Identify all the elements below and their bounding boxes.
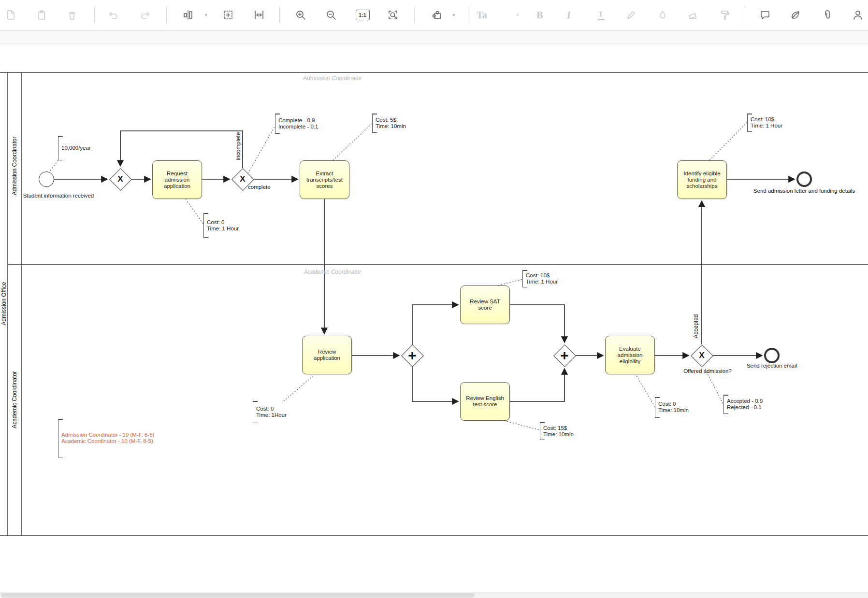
zoom-reset-button[interactable]: 1:1 — [352, 4, 373, 26]
annotation-text: Cost: 0Time: 1 Hour — [207, 219, 239, 232]
redo-icon — [139, 9, 151, 21]
fill-color-button[interactable] — [652, 4, 673, 26]
task-evaluate-eligibility[interactable]: Evaluate admission eligibility — [605, 336, 655, 374]
end-event-rejection-label: Send rejection email — [747, 363, 797, 369]
task-review-sat-score[interactable]: Review SAT score — [460, 285, 510, 324]
zoom-in-icon — [295, 9, 306, 21]
annotation-text-simulation-info: Admission Coordinator - 10 (M-F, 8-5)Aca… — [61, 432, 154, 444]
trash-button[interactable] — [61, 4, 83, 26]
align-button[interactable] — [177, 4, 199, 26]
flow-label-accepted: Accepted — [693, 298, 699, 356]
zoom-fit-button[interactable] — [382, 4, 404, 26]
text-color-button[interactable]: T — [590, 4, 611, 26]
lane-title-ghost-academic: Academic Coordinator — [304, 269, 362, 275]
task-review-application[interactable]: Review application — [302, 336, 352, 374]
font-icon: Ta — [477, 10, 487, 21]
chevron-down-icon: ▾ — [453, 13, 455, 17]
annotation-text: Cost: 0Time: 1Hour — [256, 406, 287, 418]
user-button[interactable] — [847, 4, 868, 26]
comments-button[interactable] — [754, 4, 776, 26]
gateway-parallel-split[interactable]: + — [401, 344, 423, 367]
task-extract-transcripts[interactable]: Extract transcripts/test scores — [300, 160, 349, 199]
zoom-out-button[interactable] — [320, 4, 342, 26]
flow-label-complete: complete — [248, 184, 271, 190]
eraser-icon — [687, 9, 699, 21]
lane-name-admission-coordinator[interactable]: Admission Coordinator — [12, 113, 18, 219]
redo-button[interactable] — [134, 4, 156, 26]
annotation-text: Accepted - 0.9Rejected - 0.1 — [727, 398, 763, 411]
gateway-xor-merge[interactable]: X — [109, 168, 131, 190]
toolbar-separator — [94, 6, 95, 24]
annotation-text: Cost: 5$Time: 10min — [376, 117, 406, 129]
attachment-button[interactable] — [817, 4, 838, 26]
select-area-icon — [222, 9, 234, 21]
flow-label-incomplete: incomplete — [235, 117, 242, 175]
trash-icon — [66, 9, 78, 21]
new-document-icon — [5, 9, 16, 21]
bold-button[interactable]: B — [529, 4, 550, 26]
plugin-icon — [432, 9, 443, 21]
toolbar-separator — [279, 6, 280, 24]
zoom-reset-icon: 1:1 — [356, 10, 370, 20]
font-button[interactable]: Ta — [471, 4, 492, 26]
horizontal-spacing-button[interactable] — [248, 4, 270, 26]
leaf-button[interactable] — [785, 4, 806, 26]
line-color-button[interactable] — [621, 4, 642, 26]
zoom-in-button[interactable] — [290, 4, 311, 26]
chevron-down-icon: ▾ — [517, 13, 519, 17]
plugin-button[interactable] — [427, 4, 448, 26]
bold-icon: B — [536, 10, 543, 21]
text-color-icon: T — [598, 10, 604, 20]
annotation-text: Complete - 0.9Incomplete - 0.1 — [278, 117, 318, 130]
toolbar-separator — [745, 6, 745, 24]
end-event-rejection[interactable] — [764, 348, 780, 363]
xor-symbol: X — [109, 168, 131, 190]
new-document-button[interactable] — [0, 4, 21, 26]
align-dropdown-button[interactable]: ▾ — [201, 4, 211, 26]
format-painter-icon — [719, 9, 731, 21]
undo-icon — [108, 9, 119, 21]
zoom-fit-icon — [387, 9, 399, 21]
paste-icon — [36, 9, 47, 21]
task-request-admission-application[interactable]: Request admission application — [152, 160, 202, 199]
paste-button[interactable] — [31, 4, 52, 26]
align-icon — [182, 9, 194, 21]
horizontal-spacing-icon — [253, 9, 265, 21]
lane-name-academic-coordinator[interactable]: Academic Coordinator — [12, 347, 18, 453]
italic-button[interactable]: I — [558, 4, 579, 26]
plugin-dropdown-button[interactable]: ▾ — [449, 4, 459, 26]
line-color-icon — [625, 9, 637, 21]
toolbar: ▾ 1:1 ▾ Ta ▾ B I T — [0, 0, 868, 31]
select-area-button[interactable] — [217, 4, 239, 26]
scrollbar-thumb[interactable] — [1, 593, 475, 598]
chevron-down-icon: ▾ — [205, 13, 207, 17]
task-review-english-test[interactable]: Review English test score — [460, 382, 510, 421]
annotation-text: Cost: 10$Time: 1 Hour — [751, 116, 782, 129]
zoom-out-icon — [325, 9, 337, 21]
fill-color-icon — [657, 9, 668, 21]
format-painter-button[interactable] — [714, 4, 736, 26]
connectors-layer — [0, 0, 868, 598]
toolbar-separator — [414, 6, 415, 24]
eraser-button[interactable] — [682, 4, 704, 26]
secondary-bar — [0, 31, 868, 43]
gateway-label-offered-admission: Offered admission? — [683, 368, 732, 374]
toolbar-separator — [166, 6, 167, 24]
start-event[interactable] — [39, 171, 54, 187]
gateway-parallel-join[interactable]: + — [553, 344, 576, 367]
attachment-icon — [822, 9, 833, 21]
horizontal-scrollbar — [0, 592, 868, 598]
font-dropdown-button[interactable]: ▾ — [513, 4, 522, 26]
end-event-admission-label: Send admission letter and funding detail… — [753, 188, 855, 194]
lane-title-ghost-admission: Admission Coordinator — [303, 75, 362, 82]
end-event-admission-letter[interactable] — [796, 171, 812, 187]
annotation-text: Cost: 0Time: 10min — [658, 401, 689, 413]
undo-button[interactable] — [103, 4, 124, 26]
leaf-icon — [790, 9, 801, 21]
comments-icon — [759, 9, 771, 21]
annotation-text: Cost: 10$Time: 1 Hour — [526, 272, 558, 285]
task-identify-funding[interactable]: Identify eligible funding and scholarshi… — [677, 160, 727, 199]
user-icon — [852, 9, 864, 21]
annotation-text: 10,000/year — [61, 145, 91, 151]
pool-name[interactable]: Admission Office — [1, 251, 7, 357]
